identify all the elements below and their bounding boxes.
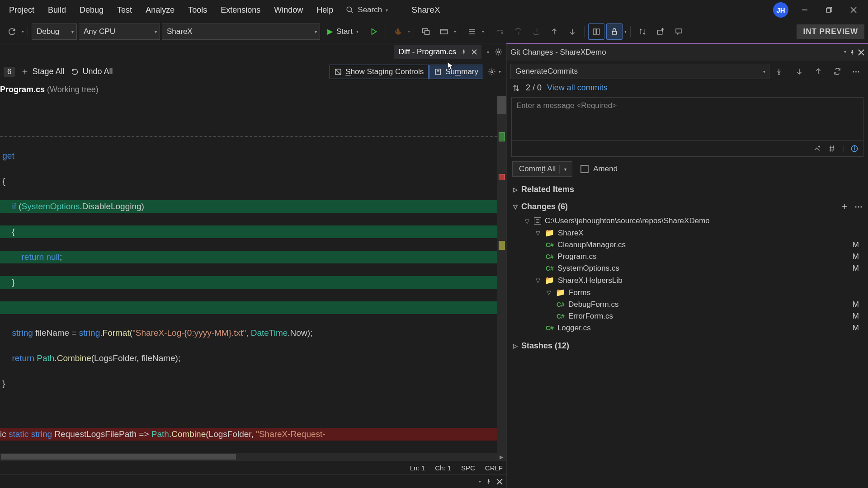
branch-dropdown[interactable]: GenerateCommits <box>510 64 769 79</box>
file-errorform[interactable]: C#ErrorForm.csM <box>512 310 863 322</box>
pin-icon[interactable] <box>461 49 467 55</box>
chevron-down-icon: ▾ <box>386 8 388 13</box>
menu-window[interactable]: Window <box>268 4 309 17</box>
menu-build[interactable]: Build <box>42 4 72 17</box>
hash-icon[interactable] <box>828 145 836 153</box>
chevron-down-icon[interactable]: ▾ <box>484 50 492 55</box>
step-into-button[interactable] <box>510 23 526 40</box>
lock-button[interactable] <box>606 23 623 40</box>
pull-button[interactable] <box>791 63 807 80</box>
svg-line-32 <box>335 69 341 75</box>
show-staging-toggle[interactable]: Show Staging Controls <box>330 65 429 79</box>
gear-icon[interactable] <box>495 48 503 56</box>
stat-numbers: 2 / 0 <box>526 83 542 93</box>
view-all-commits-link[interactable]: View all commits <box>547 83 608 93</box>
ai-icon[interactable] <box>813 145 821 153</box>
amend-checkbox[interactable]: Amend <box>580 164 618 174</box>
folder-forms[interactable]: ▽📁Forms <box>512 286 863 299</box>
platform-dropdown[interactable]: Any CPU <box>79 23 160 40</box>
menu-analyze[interactable]: Analyze <box>139 4 181 17</box>
changes-header[interactable]: ▽Changes (6) ⋯ <box>507 198 868 215</box>
file-debugform[interactable]: C#DebugForm.csM <box>512 299 863 310</box>
menu-extensions[interactable]: Extensions <box>214 4 267 17</box>
menu-project[interactable]: Project <box>3 4 41 17</box>
chevron-down-icon[interactable]: ▾ <box>559 165 571 174</box>
close-icon[interactable] <box>472 49 477 55</box>
more-button[interactable]: ⋯ <box>848 63 864 80</box>
info-icon[interactable] <box>850 145 859 153</box>
chevron-down-icon[interactable]: ▾ <box>497 69 503 74</box>
sync-button[interactable] <box>829 63 845 80</box>
chevron-down-icon[interactable]: ▾ <box>479 479 481 484</box>
vertical-scrollbar[interactable] <box>497 96 506 453</box>
file-cleanup[interactable]: C#CleanupManager.csM <box>512 239 863 251</box>
git-panel-title: Git Changes - ShareXDemo ▾ <box>507 44 868 61</box>
stage-all-button[interactable]: Stage All <box>21 67 64 76</box>
related-items-header[interactable]: ▷Related Items <box>507 181 868 198</box>
maximize-button[interactable] <box>817 0 841 20</box>
svg-point-13 <box>501 32 503 33</box>
file-logger[interactable]: C#Logger.csM <box>512 322 863 334</box>
document-tab[interactable]: Diff - Program.cs <box>394 45 481 59</box>
layout-button[interactable] <box>588 23 604 40</box>
list-button[interactable] <box>464 23 480 40</box>
start-button[interactable]: ▶ Start ▾ <box>322 25 364 38</box>
config-dropdown[interactable]: Debug <box>32 23 77 40</box>
close-icon[interactable] <box>858 49 864 56</box>
feedback-button[interactable] <box>670 23 687 40</box>
gear-icon[interactable] <box>488 68 496 76</box>
plus-icon[interactable] <box>841 203 848 210</box>
browser-link-button[interactable] <box>418 23 434 40</box>
file-header: Program.cs (Working tree) <box>0 83 506 96</box>
arrow-up-button[interactable] <box>546 23 562 40</box>
svg-point-36 <box>491 70 493 73</box>
live-share-button[interactable] <box>436 23 452 40</box>
sort-button[interactable] <box>634 23 651 40</box>
drive-icon: ⊟ <box>534 217 541 225</box>
file-program[interactable]: C#Program.csM <box>512 251 863 263</box>
horizontal-scrollbar[interactable]: ▸ <box>0 453 506 461</box>
menu-test[interactable]: Test <box>111 4 138 17</box>
menu-tools[interactable]: Tools <box>182 4 213 17</box>
solution-name: ShareX <box>394 5 457 15</box>
file-sysopts[interactable]: C#SystemOptions.csM <box>512 263 863 274</box>
fetch-button[interactable] <box>772 63 788 80</box>
start-without-debug-button[interactable] <box>366 23 382 40</box>
startup-dropdown[interactable]: ShareX <box>162 23 320 40</box>
close-button[interactable] <box>842 0 865 20</box>
repo-root[interactable]: ▽⊟C:\Users\jehoughton\source\repos\Share… <box>512 215 863 227</box>
diff-toolbar: 6 Stage All Undo All Show Staging Contro… <box>0 61 506 83</box>
arrow-down-button[interactable] <box>564 23 580 40</box>
folder-sharex[interactable]: ▽📁ShareX <box>512 227 863 239</box>
push-button[interactable] <box>810 63 826 80</box>
branch-bar: GenerateCommits ⋯ <box>507 61 868 82</box>
undo-all-button[interactable]: Undo All <box>71 67 113 76</box>
summary-toggle[interactable]: Summary <box>429 65 483 79</box>
status-line: Ln: 1 <box>410 464 425 472</box>
folder-icon: 📁 <box>545 228 554 238</box>
code-editor[interactable]: get { if (SystemOptions.DisableLogging) … <box>0 96 506 453</box>
step-out-button[interactable] <box>528 23 544 40</box>
start-label: Start <box>336 27 353 36</box>
hot-reload-button[interactable] <box>390 23 406 40</box>
share-button[interactable] <box>652 23 669 40</box>
csharp-icon: C# <box>557 301 565 308</box>
folder-helpers[interactable]: ▽📁ShareX.HelpersLib <box>512 274 863 286</box>
step-over-button[interactable] <box>492 23 508 40</box>
commit-message-input[interactable]: Enter a message <Required> <box>512 98 863 140</box>
commit-all-button[interactable]: Commit All ▾ <box>512 161 572 177</box>
pin-icon[interactable] <box>849 49 855 56</box>
redo-button[interactable] <box>4 23 20 40</box>
stashes-header[interactable]: ▷Stashes (12) <box>507 338 868 354</box>
search-box[interactable]: Search ▾ <box>340 5 393 14</box>
menu-help[interactable]: Help <box>310 4 340 17</box>
svg-point-44 <box>778 74 779 75</box>
close-icon[interactable] <box>496 479 503 485</box>
minimize-button[interactable] <box>793 0 816 20</box>
pin-icon[interactable] <box>486 479 492 485</box>
tab-title: Diff - Program.cs <box>399 47 456 56</box>
user-avatar[interactable]: JH <box>773 2 788 18</box>
menu-debug[interactable]: Debug <box>73 4 110 17</box>
chevron-down-icon[interactable]: ▾ <box>844 49 846 56</box>
more-button[interactable]: ⋯ <box>854 202 863 211</box>
